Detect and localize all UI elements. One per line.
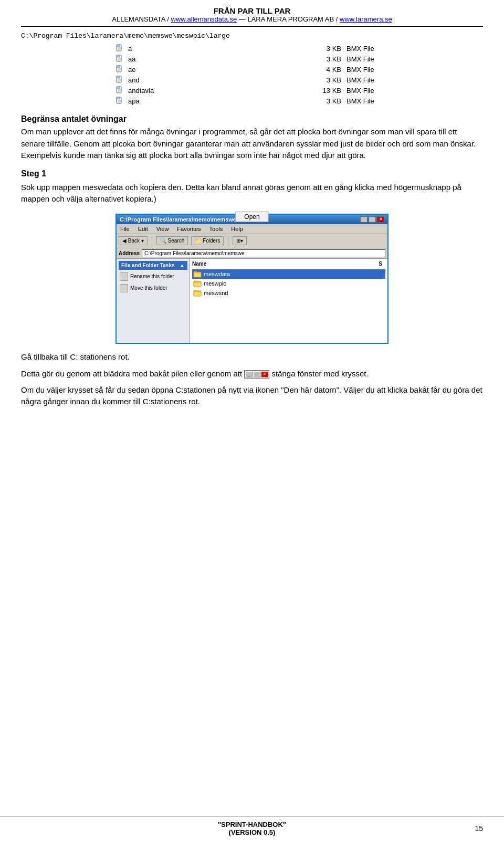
- file-type: BMX File: [346, 97, 388, 105]
- toolbar-sep1: [152, 236, 152, 246]
- file-type: BMX File: [346, 66, 388, 73]
- menu-edit[interactable]: Edit: [136, 225, 150, 233]
- footer-line1: "SPRINT-HANDBOK": [175, 821, 329, 828]
- file-type: BMX File: [346, 55, 388, 63]
- list-item: aa 3 KB BMX File: [116, 54, 388, 64]
- search-button[interactable]: 🔍 Search: [156, 236, 188, 245]
- header-link1[interactable]: www.allemansdata.se: [171, 15, 237, 23]
- explorer-title: C:\Program Files\laramera\memo\memswe: [120, 216, 236, 223]
- file-name: apa: [128, 97, 315, 105]
- wc-maximize[interactable]: □: [253, 371, 260, 377]
- folder-icon: [193, 289, 202, 297]
- svg-rect-6: [117, 55, 120, 57]
- window-controls: _ □ ✕: [244, 370, 269, 379]
- back-button[interactable]: ◀ Back ▾: [119, 236, 148, 245]
- menu-file[interactable]: File: [119, 225, 131, 233]
- file-name: ae: [128, 66, 315, 73]
- header-subtitle-middle: — LÄRA MERA PROGRAM AB /: [237, 15, 340, 23]
- section-title: Begränsa antalet övningar: [21, 114, 483, 124]
- file-list-container: a 3 KB BMX File aa 3 KB BMX File: [21, 43, 483, 106]
- menu-view[interactable]: View: [155, 225, 171, 233]
- close-button[interactable]: ✕: [377, 216, 384, 223]
- explorer-sidebar: File and Folder Tasks ▲ Rename this fold…: [117, 259, 190, 343]
- folder-name: meswpic: [204, 280, 226, 287]
- task-panel-header: File and Folder Tasks ▲: [119, 261, 187, 270]
- explorer-body: File and Folder Tasks ▲ Rename this fold…: [117, 259, 387, 343]
- svg-rect-11: [117, 66, 120, 68]
- list-item: and 3 KB BMX File: [116, 75, 388, 85]
- text-block2-part1: Detta gör du genom att bläddra med bakåt…: [21, 369, 244, 378]
- file-name: a: [128, 45, 315, 52]
- open-label: Open: [235, 212, 268, 222]
- file-icon: [116, 86, 125, 94]
- wc-minimize[interactable]: _: [245, 371, 253, 377]
- file-name: and: [128, 76, 315, 84]
- task-move-label: Move this folder: [130, 285, 167, 291]
- file-icon: [116, 44, 125, 52]
- explorer-container: Open C:\Program Files\laramera\memo\mems…: [116, 214, 388, 344]
- file-size: 3 KB: [315, 45, 346, 52]
- minimize-button[interactable]: _: [360, 216, 368, 223]
- explorer-window: C:\Program Files\laramera\memo\memswe _ …: [116, 214, 388, 344]
- file-icon: [116, 97, 125, 105]
- table-row[interactable]: meswsnd: [192, 288, 385, 298]
- views-button[interactable]: ⊞▾: [233, 236, 247, 245]
- rename-icon: [120, 272, 128, 281]
- svg-rect-26: [117, 97, 120, 99]
- explorer-addressbar: Address C:\Program Files\laramera\memo\m…: [117, 248, 387, 259]
- header-link2[interactable]: www.laramera.se: [340, 15, 392, 23]
- file-list: a 3 KB BMX File aa 3 KB BMX File: [116, 43, 388, 106]
- file-type: BMX File: [346, 76, 388, 84]
- file-name: andtavla: [128, 87, 315, 94]
- folder-name: meswsnd: [204, 290, 228, 296]
- step1-text: Sök upp mappen meswedata och kopiera den…: [21, 182, 483, 205]
- folder-list: meswdata meswpic meswsnd: [192, 269, 385, 298]
- file-path: C:\Program Files\laramera\memo\memswe\me…: [21, 32, 483, 40]
- address-input[interactable]: C:\Program Files\laramera\memo\memswe: [142, 249, 385, 257]
- page: FRÅN PAR TILL PAR ALLEMANSDATA / www.all…: [0, 0, 504, 851]
- file-icon: [116, 76, 125, 84]
- wc-close[interactable]: ✕: [261, 371, 268, 377]
- table-row[interactable]: meswpic: [192, 279, 385, 288]
- folder-name: meswdata: [204, 271, 230, 277]
- page-footer: "SPRINT-HANDBOK" (VERSION 0.5) 15: [0, 816, 504, 841]
- file-size: 3 KB: [315, 76, 346, 84]
- file-type: BMX File: [346, 45, 388, 52]
- file-type: BMX File: [346, 87, 388, 94]
- header-subtitle: ALLEMANSDATA / www.allemansdata.se — LÄR…: [21, 15, 483, 23]
- address-label: Address: [119, 250, 140, 256]
- explorer-main: Name S meswdata meswpic meswsnd: [190, 259, 387, 343]
- footer-text: "SPRINT-HANDBOK" (VERSION 0.5): [175, 821, 329, 836]
- step1-label: Steg 1: [21, 169, 483, 178]
- table-row[interactable]: meswdata: [192, 269, 385, 279]
- header-title: FRÅN PAR TILL PAR: [21, 6, 483, 15]
- file-size: 3 KB: [315, 55, 346, 63]
- section-begransar: Begränsa antalet övningar Om man uppleve…: [21, 114, 483, 162]
- list-item: ae 4 KB BMX File: [116, 64, 388, 75]
- maximize-button[interactable]: □: [369, 216, 376, 223]
- task-rename[interactable]: Rename this folder: [119, 271, 187, 282]
- menu-help[interactable]: Help: [229, 225, 245, 233]
- text-block3: Om du väljer krysset så får du sedan öpp…: [21, 384, 483, 408]
- file-size: 13 KB: [315, 87, 346, 94]
- svg-rect-16: [117, 76, 120, 78]
- step1-container: Steg 1 Sök upp mappen meswedata och kopi…: [21, 169, 483, 205]
- task-panel-arrow: ▲: [180, 262, 185, 268]
- file-size: 3 KB: [315, 97, 346, 105]
- titlebar-buttons: _ □ ✕: [360, 216, 384, 223]
- task-rename-label: Rename this folder: [130, 274, 174, 279]
- menu-tools[interactable]: Tools: [208, 225, 225, 233]
- menu-favorites[interactable]: Favorites: [175, 225, 202, 233]
- list-item: a 3 KB BMX File: [116, 43, 388, 54]
- footer-page-number: 15: [329, 824, 483, 833]
- svg-rect-1: [117, 45, 120, 47]
- file-name: aa: [128, 55, 315, 63]
- explorer-menubar: File Edit View Favorites Tools Help: [117, 224, 387, 234]
- file-icon: [116, 65, 125, 73]
- folders-button[interactable]: 📁 Folders: [191, 236, 224, 245]
- section-body: Om man upplever att det finns för många …: [21, 126, 483, 162]
- task-move[interactable]: Move this folder: [119, 282, 187, 294]
- header-subtitle-prefix: ALLEMANSDATA /: [112, 15, 171, 23]
- move-icon: [120, 284, 128, 292]
- col-name-header: Name: [192, 261, 364, 267]
